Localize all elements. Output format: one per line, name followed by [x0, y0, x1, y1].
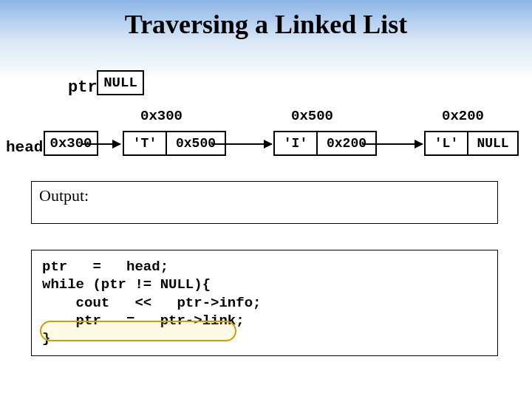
address-node-1: 0x300: [140, 108, 183, 124]
node-2: 'I' 0x200: [273, 131, 377, 156]
arrow-head-to-node1: [82, 143, 120, 145]
arrow-node1-to-node2: [211, 143, 272, 145]
diagram-stage: ptr NULL 0x300 0x500 0x200 head 0x300 'T…: [0, 0, 532, 399]
address-node-3: 0x200: [442, 108, 484, 124]
output-box: Output:: [31, 181, 498, 224]
node-2-info: 'I': [275, 132, 316, 154]
node-3-info: 'L': [426, 132, 467, 154]
node-3: 'L' NULL: [424, 131, 519, 156]
address-node-2: 0x500: [291, 108, 333, 124]
arrow-node2-to-node3: [362, 143, 423, 145]
node-1: 'T' 0x500: [123, 131, 226, 156]
output-label: Output:: [39, 186, 89, 205]
ptr-value-box: NULL: [97, 70, 144, 95]
node-3-link: NULL: [467, 132, 517, 154]
node-1-info: 'T': [124, 132, 166, 154]
head-label: head: [6, 139, 43, 156]
code-highlight: [40, 321, 236, 341]
ptr-label: ptr: [68, 78, 98, 97]
